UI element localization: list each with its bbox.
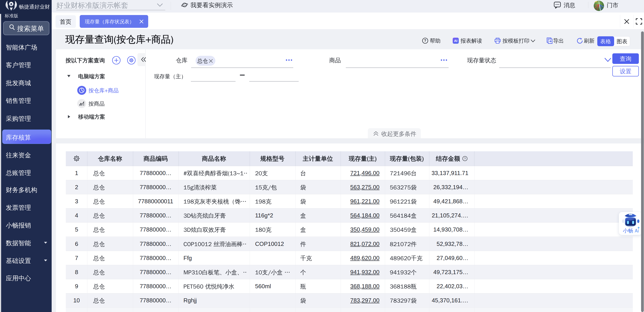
svg-text:?: ?	[464, 157, 466, 160]
svg-text:?: ?	[424, 39, 426, 43]
